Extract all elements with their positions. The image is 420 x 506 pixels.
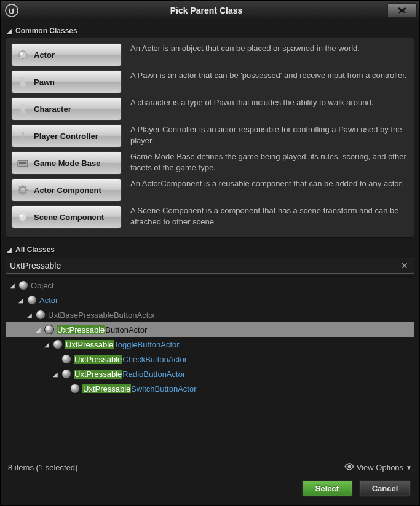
class-orb-icon [36,310,46,320]
expand-arrow-icon[interactable]: ◢ [43,341,50,348]
svg-point-8 [22,104,25,107]
svg-point-25 [20,215,23,217]
class-orb-icon [44,325,54,334]
search-input[interactable] [10,261,399,271]
class-button-label: Actor [34,50,55,60]
class-button-character[interactable]: Character [11,97,122,121]
svg-line-20 [19,186,20,188]
clear-search-button[interactable]: ✕ [399,260,410,271]
svg-rect-12 [22,132,24,138]
common-class-row: Player ControllerA Player Controller is … [11,124,409,148]
close-icon [397,7,407,14]
svg-rect-14 [19,162,26,164]
tree-item[interactable]: ◢UxtPressableButtonActor [6,322,414,337]
view-options-button[interactable]: View Options ▼ [344,463,412,472]
window-close-button[interactable] [387,3,417,18]
class-orb-icon [61,369,71,379]
class-button-pawn[interactable]: Pawn [11,70,122,93]
common-class-row: Actor ComponentAn ActorComponent is a re… [11,178,409,202]
class-orb-icon [53,339,63,349]
class-description: An Actor is an object that can be placed… [130,43,360,54]
common-classes-panel: ActorAn Actor is an object that can be p… [6,38,414,238]
class-tree[interactable]: ◢Object◢Actor◢UxtBasePressableButtonActo… [6,276,414,459]
class-button-label: Pawn [34,77,55,87]
tree-item-label: UxtPressableButtonActor [57,325,147,334]
tree-item-label: UxtPressableCheckButtonActor [74,355,187,364]
class-icon [17,103,29,115]
svg-line-11 [24,111,25,114]
common-class-row: CharacterA character is a type of Pawn t… [11,97,409,121]
svg-point-5 [20,52,23,55]
class-button-actor[interactable]: Actor [11,43,122,66]
class-description: A Pawn is an actor that can be 'possesse… [130,70,406,81]
dialog-button-row: Select Cancel [6,473,414,500]
close-icon: ✕ [401,261,408,271]
cancel-button[interactable]: Cancel [359,480,411,497]
expand-arrow-icon[interactable]: ◢ [17,297,25,304]
class-button-label: Game Mode Base [34,159,100,168]
class-icon [17,49,29,61]
expand-arrow-icon[interactable]: ◢ [34,326,42,333]
unreal-logo-icon [3,2,20,19]
class-button-actor-component[interactable]: Actor Component [11,178,122,202]
class-button-player-controller[interactable]: Player Controller [11,124,122,148]
svg-point-6 [20,77,25,82]
tree-item[interactable]: ◢Object [6,278,414,293]
svg-line-23 [19,192,20,194]
tree-item[interactable]: UxtPressableSwitchButtonActor [6,381,414,396]
all-classes-label: All Classes [15,245,55,254]
class-description: A Player Controller is an actor responsi… [130,124,409,146]
svg-line-21 [25,192,26,194]
expand-arrow-icon[interactable]: ◢ [9,282,16,289]
class-orb-icon [61,354,71,364]
titlebar: Pick Parent Class [1,1,419,20]
svg-point-7 [20,82,26,87]
tree-item[interactable]: ◢UxtPressableToggleButtonActor [6,337,414,352]
svg-point-26 [347,465,351,468]
tree-item-label: UxtPressableRadioButtonActor [74,370,185,379]
common-class-row: ActorAn Actor is an object that can be p… [11,43,409,66]
tree-item-label: UxtPressableSwitchButtonActor [82,384,197,393]
svg-point-4 [19,51,26,58]
class-orb-icon [18,280,28,290]
class-description: A Scene Component is a component that ha… [130,205,409,227]
tree-footer: 8 items (1 selected) View Options ▼ [6,459,414,473]
class-icon [17,211,29,223]
class-orb-icon [27,295,37,305]
svg-line-22 [25,186,26,188]
tree-item-label: Actor [39,296,58,305]
common-class-row: PawnA Pawn is an actor that can be 'poss… [11,70,409,93]
tree-item[interactable]: UxtPressableCheckButtonActor [6,352,414,366]
class-description: Game Mode Base defines the game being pl… [130,151,409,173]
tree-item[interactable]: ◢UxtBasePressableButtonActor [6,307,414,322]
svg-point-15 [20,187,26,193]
expand-arrow-icon[interactable]: ◢ [26,312,33,318]
class-button-label: Scene Component [34,213,104,222]
search-field-wrapper: ✕ [6,258,414,274]
collapse-arrow-icon: ◢ [7,247,12,253]
class-button-game-mode-base[interactable]: Game Mode Base [11,151,122,175]
eye-icon [344,463,354,472]
class-button-label: Actor Component [34,186,101,195]
class-icon [17,130,29,142]
common-classes-header[interactable]: ◢ Common Classes [6,24,414,38]
svg-rect-9 [21,107,25,111]
svg-point-24 [19,213,26,221]
dialog-content: ◢ Common Classes ActorAn Actor is an obj… [1,20,419,505]
tree-item[interactable]: ◢Actor [6,293,414,307]
common-classes-label: Common Classes [15,26,77,35]
class-orb-icon [70,384,80,393]
all-classes-header[interactable]: ◢ All Classes [6,243,414,256]
tree-item-label: UxtBasePressableButtonActor [48,310,156,320]
dialog-window: Pick Parent Class ◢ Common Classes Actor… [0,0,420,506]
svg-line-10 [21,111,22,114]
tree-item[interactable]: ◢UxtPressableRadioButtonActor [6,366,414,381]
tree-item-label: UxtPressableToggleButtonActor [65,340,180,349]
class-icon [17,76,29,88]
class-description: An ActorComponent is a reusable componen… [130,178,403,189]
select-button[interactable]: Select [301,480,353,497]
expand-arrow-icon[interactable]: ◢ [52,371,59,378]
class-button-label: Player Controller [34,132,98,141]
class-button-scene-component[interactable]: Scene Component [11,205,122,229]
item-count-label: 8 items (1 selected) [8,463,77,472]
